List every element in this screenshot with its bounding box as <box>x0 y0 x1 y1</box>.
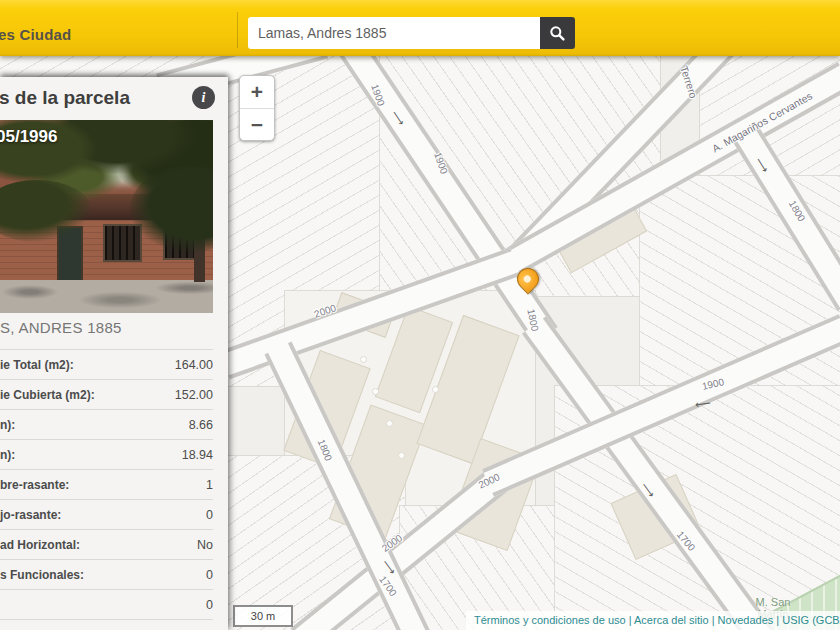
attribute-label: ad Horizontal: <box>0 538 80 552</box>
map-dot <box>360 356 367 363</box>
parcel-attribute-row: bre-rasante: 1 <box>0 469 213 499</box>
map-dot <box>432 386 439 393</box>
attribute-value: 152.00 <box>175 388 213 402</box>
photo-date-overlay: 05/1996 <box>0 127 57 147</box>
one-way-arrow-icon: ⟶ <box>694 396 711 411</box>
search-input[interactable] <box>248 17 540 49</box>
search-box <box>248 17 575 49</box>
app-header: es Ciudad <box>0 0 840 56</box>
photo-window <box>103 224 142 262</box>
zoom-control: + − <box>239 75 275 141</box>
map-dot <box>372 388 379 395</box>
attribute-label: s Funcionales: <box>0 568 84 582</box>
about-link[interactable]: Acerca del sitio <box>634 614 709 626</box>
parcel-address: S, ANDRES 1885 <box>0 319 122 336</box>
attribute-value: 164.00 <box>175 358 213 372</box>
parcel-attribute-row: ie Total (m2): 164.00 <box>0 349 213 379</box>
parcel-attribute-table: ie Total (m2): 164.00 ie Cubierta (m2): … <box>0 349 213 620</box>
attribution-credit: USIG (GCBA), © O <box>782 614 840 626</box>
parcel-attribute-row: ie Cubierta (m2): 152.00 <box>0 379 213 409</box>
parcel-attribute-row: jo-rasante: 0 <box>0 499 213 529</box>
zoom-out-button[interactable]: − <box>240 109 274 141</box>
search-icon <box>549 25 566 42</box>
photo-sidewalk <box>0 280 213 313</box>
attribute-value: 8.66 <box>189 418 213 432</box>
attribute-label: n): <box>0 418 15 432</box>
parcel-attribute-row: n): 8.66 <box>0 409 213 439</box>
attribute-label: bre-rasante: <box>0 478 69 492</box>
attribute-value: 0 <box>206 598 213 612</box>
parcel-attribute-row: s Funcionales: 0 <box>0 559 213 589</box>
parcel-attribute-row: ad Horizontal: No <box>0 529 213 559</box>
map-dot <box>398 452 405 459</box>
info-icon: i <box>202 90 206 105</box>
attribute-value: 1 <box>206 478 213 492</box>
attribution-separator: | <box>712 614 715 626</box>
parcel-photo: 05/1996 <box>0 120 213 313</box>
info-button[interactable]: i <box>192 86 215 109</box>
news-link[interactable]: Novedades <box>718 614 774 626</box>
parcel-info-panel: s de la parcela i 05/1996 S, ANDRES 1885… <box>0 77 228 630</box>
attribute-value: No <box>197 538 213 552</box>
search-button[interactable] <box>540 17 575 49</box>
zoom-in-button[interactable]: + <box>240 76 274 109</box>
attribute-label: n): <box>0 448 15 462</box>
scale-bar: 30 m <box>233 605 293 627</box>
attribute-value: 0 <box>206 508 213 522</box>
map-attribution: Términos y condiciones de uso | Acerca d… <box>466 611 840 630</box>
attribute-value: 0 <box>206 568 213 582</box>
brand-logo: es Ciudad <box>0 26 71 43</box>
parcel-attribute-row: 0 <box>0 589 213 620</box>
header-divider <box>237 12 238 48</box>
attribute-value: 18.94 <box>182 448 213 462</box>
attribution-separator: | <box>629 614 632 626</box>
map-dot <box>386 420 393 427</box>
parcel-attribute-row: n): 18.94 <box>0 439 213 469</box>
attribute-label: ie Cubierta (m2): <box>0 388 95 402</box>
terms-link[interactable]: Términos y condiciones de uso <box>474 614 626 626</box>
attribution-separator: | <box>776 614 779 626</box>
page: 1900 1900 1800 1700 1900 1800 2000 1800 … <box>0 0 840 630</box>
attribute-label: jo-rasante: <box>0 508 61 522</box>
panel-title: s de la parcela <box>0 87 130 109</box>
attribute-label: ie Total (m2): <box>0 358 74 372</box>
